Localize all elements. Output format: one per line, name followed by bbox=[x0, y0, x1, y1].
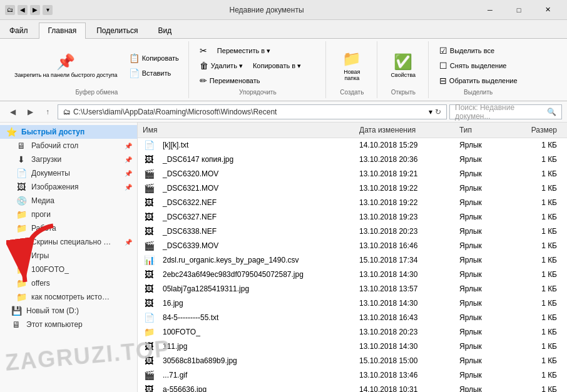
copy-to-label: Копировать в ▾ bbox=[253, 62, 301, 70]
table-row[interactable]: 🖼 16.jpg 13.10.2018 14:30 Ярлык 1 КБ bbox=[138, 296, 567, 311]
open-buttons: ✅ Свойства bbox=[387, 44, 421, 88]
sidebar-work-label: Работа bbox=[31, 224, 56, 233]
table-row[interactable]: 🖼 _DSC6327.NEF 13.10.2018 19:23 Ярлык 1 … bbox=[138, 210, 567, 224]
new-folder-button[interactable]: 📁 Новаяпапка bbox=[336, 47, 367, 84]
sidebar-item-offers[interactable]: 📁 offers bbox=[0, 276, 137, 290]
file-name: [k][k].txt bbox=[158, 139, 354, 151]
properties-button[interactable]: ✅ Свойства bbox=[387, 50, 421, 81]
table-row[interactable]: 🎬 _DSC6339.MOV 13.10.2018 16:46 Ярлык 1 … bbox=[138, 239, 567, 253]
table-row[interactable]: 🖼 _DSC6322.NEF 13.10.2018 19:22 Ярлык 1 … bbox=[138, 196, 567, 210]
sidebar-item-desktop[interactable]: 🖥 Рабочий стол 📌 bbox=[0, 139, 137, 153]
file-size: 1 КБ bbox=[517, 183, 567, 194]
table-row[interactable]: 📄 [k][k].txt 14.10.2018 15:29 Ярлык 1 КБ bbox=[138, 138, 567, 153]
file-icon: 📊 bbox=[143, 255, 155, 265]
main-area: ⭐ Быстрый доступ 🖥 Рабочий стол 📌 ⬇ Загр… bbox=[0, 123, 567, 392]
address-dropdown-icon[interactable]: ▾ bbox=[429, 108, 432, 116]
pin-button[interactable]: 📌 Закрепить на панели быстрого доступа bbox=[10, 50, 122, 81]
address-input[interactable]: 🗂 C:\Users\diami\AppData\Roaming\Microso… bbox=[58, 104, 447, 119]
select-all-icon: ☑ bbox=[439, 46, 447, 56]
sidebar-item-games[interactable]: 📁 Игры bbox=[0, 249, 137, 263]
invert-selection-button[interactable]: ⊟ Обратить выделение bbox=[435, 74, 522, 88]
refresh-icon[interactable]: ↻ bbox=[435, 108, 441, 116]
col-header-type[interactable]: Тип bbox=[454, 124, 517, 136]
deselect-button[interactable]: ☐ Снять выделение bbox=[435, 59, 511, 73]
table-row[interactable]: 📄 84-5---------55.txt 13.10.2018 16:43 Я… bbox=[138, 311, 567, 325]
tab-view[interactable]: Вид bbox=[148, 23, 181, 38]
col-header-size[interactable]: Размер bbox=[517, 124, 567, 136]
delete-button[interactable]: 🗑 Удалить ▾ bbox=[195, 59, 247, 73]
sidebar-item-media[interactable]: 💿 Медиа bbox=[0, 194, 137, 208]
paste-label: Вставить bbox=[142, 69, 171, 77]
new-folder-label: Новаяпапка bbox=[344, 69, 360, 81]
table-row[interactable]: 📁 100FOTO_ 13.10.2018 20:23 Ярлык 1 КБ bbox=[138, 325, 567, 339]
ribbon-content: 📌 Закрепить на панели быстрого доступа 📋… bbox=[0, 39, 567, 101]
close-button[interactable]: ✕ bbox=[533, 0, 562, 20]
ribbon-group-organize: ✂ Переместить в ▾ 🗑 Удалить ▾ Копировать… bbox=[190, 41, 326, 98]
100foto-icon: 📁 bbox=[15, 264, 28, 274]
sidebar-this-pc-label: Этот компьютер bbox=[26, 320, 83, 329]
search-box[interactable]: Поиск: Недавние докумен... 🔍 bbox=[449, 104, 562, 119]
table-row[interactable]: 🖼 05labj7ga1285419311.jpg 13.10.2018 13:… bbox=[138, 282, 567, 296]
sidebar-history-label: как посмотреть историю на bbox=[31, 293, 113, 301]
minimize-button[interactable]: ─ bbox=[476, 0, 504, 20]
file-size: 1 КБ bbox=[517, 211, 567, 223]
file-date: 13.10.2018 14:30 bbox=[354, 341, 454, 352]
sidebar-item-this-pc[interactable]: 🖥 Этот компьютер bbox=[0, 318, 137, 331]
table-row[interactable]: 🎬 _DSC6320.MOV 13.10.2018 19:21 Ярлык 1 … bbox=[138, 167, 567, 181]
pin-indicator-dl: 📌 bbox=[125, 156, 132, 163]
maximize-button[interactable]: □ bbox=[504, 0, 533, 20]
table-row[interactable]: 🎬 _DSC6321.MOV 13.10.2018 19:22 Ярлык 1 … bbox=[138, 181, 567, 196]
table-row[interactable]: 🖼 111.jpg 13.10.2018 14:30 Ярлык 1 КБ bbox=[138, 339, 567, 354]
select-label: Выделить bbox=[464, 89, 493, 96]
up-button[interactable]: ↑ bbox=[40, 104, 55, 119]
sidebar-item-work[interactable]: 📁 Работа bbox=[0, 221, 137, 235]
sidebar-item-quick-access[interactable]: ⭐ Быстрый доступ bbox=[0, 125, 137, 139]
forward-button[interactable]: ▶ bbox=[23, 104, 38, 119]
forward-icon[interactable]: ▶ bbox=[30, 5, 40, 15]
table-row[interactable]: 🖼 _DSC6338.NEF 13.10.2018 20:23 Ярлык 1 … bbox=[138, 224, 567, 239]
table-row[interactable]: 📊 2dsl.ru_organic.keys_by_page_1490.csv … bbox=[138, 253, 567, 268]
window-title: Недавние документы bbox=[58, 6, 476, 14]
ribbon: Файл Главная Поделиться Вид 📌 Закрепить … bbox=[0, 20, 567, 101]
sidebar-item-progi[interactable]: 📁 проги bbox=[0, 208, 137, 221]
rename-label: Переименовать bbox=[210, 77, 260, 84]
paste-button[interactable]: 📄 Вставить bbox=[125, 66, 183, 80]
move-label: Переместить в ▾ bbox=[217, 47, 270, 55]
move-button[interactable]: Переместить в ▾ bbox=[213, 45, 275, 57]
back-icon[interactable]: ◀ bbox=[18, 5, 28, 15]
col-header-name[interactable]: Имя bbox=[138, 124, 354, 136]
sidebar-item-downloads[interactable]: ⬇ Загрузки 📌 bbox=[0, 153, 137, 166]
table-row[interactable]: 🎬 ...71.gif 13.10.2018 13:46 Ярлык 1 КБ bbox=[138, 368, 567, 383]
copy-button[interactable]: 📋 Копировать bbox=[125, 51, 183, 65]
file-size: 1 КБ bbox=[517, 312, 567, 323]
rename-button[interactable]: ✏ Переименовать bbox=[195, 74, 265, 88]
file-list: Имя Дата изменения Тип Размер 📄 [k][k].t… bbox=[138, 123, 567, 392]
down-icon[interactable]: ▾ bbox=[43, 5, 53, 15]
col-header-date[interactable]: Дата изменения bbox=[354, 124, 454, 136]
table-row[interactable]: 🖼 a-556636.jpg 14.10.2018 10:31 Ярлык 1 … bbox=[138, 383, 567, 392]
tab-home[interactable]: Главная bbox=[39, 23, 86, 39]
ribbon-group-select: ☑ Выделить все ☐ Снять выделение ⊟ Обрат… bbox=[430, 41, 527, 98]
downloads-icon: ⬇ bbox=[15, 154, 28, 164]
sidebar-item-100foto[interactable]: 📁 100FOTO_ bbox=[0, 263, 137, 276]
sidebar-item-history[interactable]: 📁 как посмотреть историю на bbox=[0, 290, 137, 304]
file-name: 05labj7ga1285419311.jpg bbox=[158, 283, 354, 294]
sidebar-item-images[interactable]: 🖼 Изображения 📌 bbox=[0, 180, 137, 194]
copy-to-button[interactable]: Копировать в ▾ bbox=[248, 60, 305, 72]
file-date: 13.10.2018 19:23 bbox=[354, 211, 454, 223]
file-type: Ярлык bbox=[454, 154, 517, 165]
table-row[interactable]: 🖼 2ebc243a6f49ec983df0795045072587.jpg 1… bbox=[138, 268, 567, 282]
cut-button[interactable]: ✂ bbox=[195, 44, 212, 58]
tab-share[interactable]: Поделиться bbox=[87, 23, 147, 38]
table-row[interactable]: 🖼 30568c81ba689b9.jpg 15.10.2018 15:00 Я… bbox=[138, 354, 567, 368]
table-row[interactable]: 🖼 _DSC6147 копия.jpg 13.10.2018 20:36 Яр… bbox=[138, 153, 567, 167]
select-all-button[interactable]: ☑ Выделить все bbox=[435, 44, 499, 58]
sidebar-item-new-volume[interactable]: 💾 Новый том (D:) bbox=[0, 304, 137, 318]
sidebar-item-documents[interactable]: 📄 Документы 📌 bbox=[0, 166, 137, 180]
file-type: Ярлык bbox=[454, 254, 517, 266]
back-button[interactable]: ◀ bbox=[5, 104, 20, 119]
invert-icon: ⊟ bbox=[439, 76, 447, 86]
tab-file[interactable]: Файл bbox=[0, 23, 38, 38]
sidebar-item-screens[interactable]: 📁 Скрины специально для ... 📌 bbox=[0, 235, 137, 249]
file-date: 13.10.2018 16:43 bbox=[354, 312, 454, 323]
